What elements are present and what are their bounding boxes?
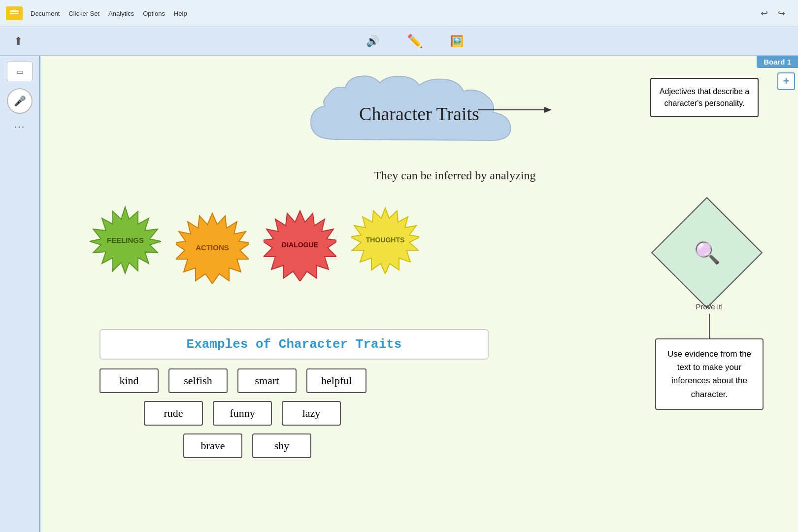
prove-container: 🔍 Prove it! Use evidence from the text t… bbox=[655, 213, 764, 410]
trait-lazy[interactable]: lazy bbox=[282, 401, 341, 426]
sidebar-more-button[interactable]: ··· bbox=[14, 121, 26, 132]
menu-document[interactable]: Document bbox=[31, 10, 60, 17]
prove-label: Prove it! bbox=[696, 302, 723, 311]
prove-connector bbox=[709, 314, 710, 338]
definition-box: Adjectives that describe a character's p… bbox=[650, 78, 759, 117]
app-logo bbox=[6, 6, 23, 20]
undo-button[interactable]: ↩ bbox=[758, 7, 771, 20]
evidence-box: Use evidence from the text to make your … bbox=[655, 338, 764, 410]
cloud-title: Character Traits bbox=[359, 103, 479, 125]
volume-button[interactable]: 🔊 bbox=[362, 32, 383, 51]
examples-box: Examples of Character Traits bbox=[100, 329, 489, 360]
cursor-icon: ✏️ bbox=[407, 33, 423, 48]
actions-label: ACTIONS bbox=[196, 243, 229, 252]
burst-feelings: FEELINGS bbox=[90, 204, 161, 276]
trait-shy[interactable]: shy bbox=[252, 433, 311, 458]
sidebar-rect-button[interactable]: ▭ bbox=[7, 62, 33, 81]
menu-clicker-set[interactable]: Clicker Set bbox=[68, 10, 100, 17]
burst-thoughts: THOUGHTS bbox=[351, 206, 419, 274]
title-bar: Document Clicker Set Analytics Options H… bbox=[0, 0, 798, 27]
trait-kind[interactable]: kind bbox=[100, 368, 159, 393]
examples-title: Examples of Character Traits bbox=[187, 337, 402, 352]
cursor-button[interactable]: ✏️ bbox=[403, 32, 427, 51]
title-bar-controls: ↩ ↪ bbox=[758, 7, 788, 20]
upload-button[interactable]: ⬆ bbox=[10, 33, 27, 50]
trait-smart[interactable]: smart bbox=[237, 368, 297, 393]
trait-selfish[interactable]: selfish bbox=[168, 368, 228, 393]
toolbar: ⬆ 🔊 ✏️ 🖼️ bbox=[0, 27, 798, 56]
trait-row-1: kind selfish smart helpful bbox=[100, 368, 494, 393]
mic-icon: 🎤 bbox=[14, 95, 26, 107]
burst-dialogue: DIALOGUE bbox=[264, 208, 336, 281]
burst-container: FEELINGS ACTIONS DIALOGUE bbox=[90, 196, 419, 284]
trait-rude[interactable]: rude bbox=[144, 401, 203, 426]
dialogue-label: DIALOGUE bbox=[282, 241, 318, 249]
menu-analytics[interactable]: Analytics bbox=[108, 10, 134, 17]
menu-options[interactable]: Options bbox=[143, 10, 165, 17]
menu-bar: Document Clicker Set Analytics Options H… bbox=[31, 10, 187, 17]
cloud-arrow bbox=[478, 102, 552, 117]
trait-helpful[interactable]: helpful bbox=[306, 368, 366, 393]
magnify-icon: 🔍 bbox=[694, 240, 721, 266]
main-area: ▭ 🎤 ··· Board 1 + Character Traits Adjec… bbox=[0, 56, 798, 532]
board-add-button[interactable]: + bbox=[777, 72, 795, 90]
thoughts-label: THOUGHTS bbox=[366, 236, 405, 244]
feelings-label: FEELINGS bbox=[107, 236, 144, 244]
image-icon: 🖼️ bbox=[450, 35, 464, 47]
svg-marker-4 bbox=[544, 107, 552, 113]
svg-rect-2 bbox=[10, 13, 19, 14]
diamond-wrapper: 🔍 Prove it! bbox=[667, 213, 751, 297]
sidebar: ▭ 🎤 ··· bbox=[0, 56, 40, 532]
trait-row-2: rude funny lazy bbox=[100, 401, 494, 426]
traits-grid: kind selfish smart helpful rude funny la… bbox=[100, 368, 494, 466]
toolbar-center: 🔊 ✏️ 🖼️ bbox=[41, 32, 788, 51]
trait-funny[interactable]: funny bbox=[213, 401, 272, 426]
board-label: Board 1 bbox=[757, 56, 798, 68]
inferred-text: They can be inferred by analyzing bbox=[374, 169, 536, 182]
svg-rect-1 bbox=[10, 10, 19, 12]
rect-icon: ▭ bbox=[16, 67, 24, 76]
image-button[interactable]: 🖼️ bbox=[446, 32, 467, 51]
sidebar-mic-button[interactable]: 🎤 bbox=[7, 88, 33, 114]
upload-icon: ⬆ bbox=[14, 35, 23, 47]
prove-diamond[interactable]: 🔍 bbox=[651, 197, 763, 308]
menu-help[interactable]: Help bbox=[174, 10, 187, 17]
diamond-inner: 🔍 bbox=[694, 240, 721, 266]
trait-row-3: brave shy bbox=[100, 433, 494, 458]
redo-button[interactable]: ↪ bbox=[775, 7, 788, 20]
burst-actions: ACTIONS bbox=[176, 211, 249, 284]
board-area: Board 1 + Character Traits Adjectives th… bbox=[40, 56, 798, 532]
volume-icon: 🔊 bbox=[366, 35, 379, 47]
dots-icon: ··· bbox=[14, 121, 26, 132]
trait-brave[interactable]: brave bbox=[183, 433, 242, 458]
